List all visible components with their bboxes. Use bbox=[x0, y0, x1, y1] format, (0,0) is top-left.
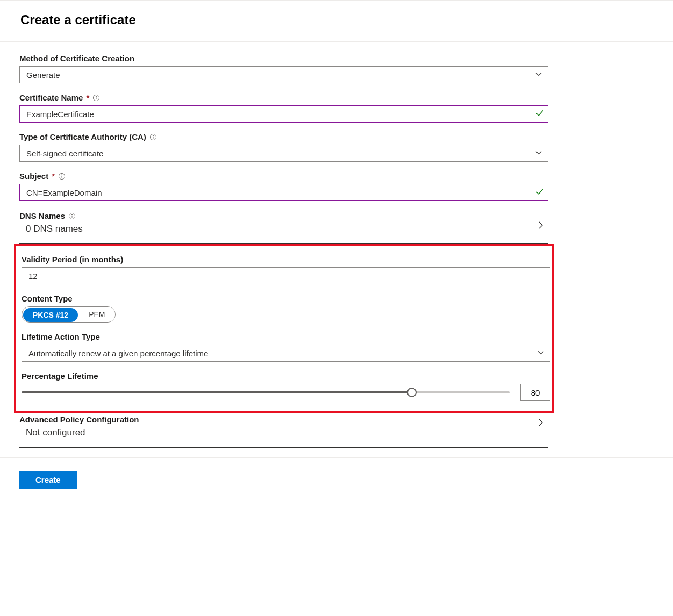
form-area: Method of Certificate Creation Generate … bbox=[0, 42, 673, 448]
info-icon[interactable] bbox=[58, 173, 66, 180]
ca-type-label-text: Type of Certificate Authority (CA) bbox=[19, 132, 146, 141]
svg-point-3 bbox=[153, 135, 153, 135]
slider-thumb[interactable] bbox=[407, 388, 417, 397]
chevron-right-icon bbox=[536, 221, 545, 231]
create-button[interactable]: Create bbox=[19, 471, 77, 489]
percentage-lifetime-field: Percentage Lifetime bbox=[22, 371, 546, 401]
percentage-lifetime-label: Percentage Lifetime bbox=[22, 371, 546, 381]
subject-label-text: Subject bbox=[19, 171, 48, 181]
content-type-pkcs12[interactable]: PKCS #12 bbox=[23, 308, 78, 322]
certificate-name-input[interactable] bbox=[19, 105, 548, 123]
content-type-toggle: PKCS #12 PEM bbox=[22, 306, 116, 323]
svg-point-7 bbox=[72, 214, 73, 214]
subject-label: Subject * bbox=[19, 171, 654, 181]
svg-point-5 bbox=[62, 174, 62, 175]
page-title: Create a certificate bbox=[0, 1, 673, 42]
certificate-name-field: Certificate Name * bbox=[19, 93, 654, 123]
validity-input[interactable] bbox=[22, 267, 550, 284]
content-type-field: Content Type PKCS #12 PEM bbox=[22, 294, 546, 323]
chevron-right-icon bbox=[536, 418, 545, 428]
required-star: * bbox=[52, 171, 55, 181]
subject-field: Subject * bbox=[19, 171, 654, 201]
advanced-policy-value: Not configured bbox=[19, 427, 548, 438]
lifetime-action-label: Lifetime Action Type bbox=[22, 332, 546, 341]
footer: Create bbox=[0, 458, 673, 489]
lifetime-action-select[interactable]: Automatically renew at a given percentag… bbox=[22, 345, 550, 362]
svg-point-1 bbox=[96, 96, 97, 96]
ca-type-field: Type of Certificate Authority (CA) Self-… bbox=[19, 132, 654, 162]
percentage-value-input[interactable] bbox=[520, 384, 550, 401]
validity-field: Validity Period (in months) bbox=[22, 255, 546, 284]
content-type-label: Content Type bbox=[22, 294, 546, 303]
dns-names-label: DNS Names bbox=[19, 211, 65, 220]
advanced-policy-row[interactable]: Advanced Policy Configuration Not config… bbox=[19, 415, 548, 448]
subject-input[interactable] bbox=[19, 184, 548, 201]
required-star: * bbox=[86, 93, 89, 102]
method-select[interactable]: Generate bbox=[19, 66, 548, 83]
highlighted-section: Validity Period (in months) Content Type… bbox=[14, 244, 554, 413]
content-type-pem[interactable]: PEM bbox=[79, 307, 114, 322]
method-label: Method of Certificate Creation bbox=[19, 54, 654, 63]
certificate-name-label-text: Certificate Name bbox=[19, 93, 83, 102]
info-icon[interactable] bbox=[68, 212, 76, 220]
certificate-name-label: Certificate Name * bbox=[19, 93, 654, 102]
dns-names-row[interactable]: DNS Names 0 DNS names bbox=[19, 211, 548, 244]
ca-type-label: Type of Certificate Authority (CA) bbox=[19, 132, 654, 141]
advanced-policy-label: Advanced Policy Configuration bbox=[19, 415, 548, 424]
method-field: Method of Certificate Creation Generate bbox=[19, 54, 654, 83]
dns-names-value: 0 DNS names bbox=[19, 224, 548, 234]
percentage-slider[interactable] bbox=[22, 387, 510, 398]
validity-label: Validity Period (in months) bbox=[22, 255, 546, 264]
info-icon[interactable] bbox=[149, 133, 157, 141]
info-icon[interactable] bbox=[92, 94, 100, 102]
ca-type-select[interactable]: Self-signed certificate bbox=[19, 145, 548, 162]
lifetime-action-field: Lifetime Action Type Automatically renew… bbox=[22, 332, 546, 362]
slider-fill bbox=[22, 391, 412, 393]
